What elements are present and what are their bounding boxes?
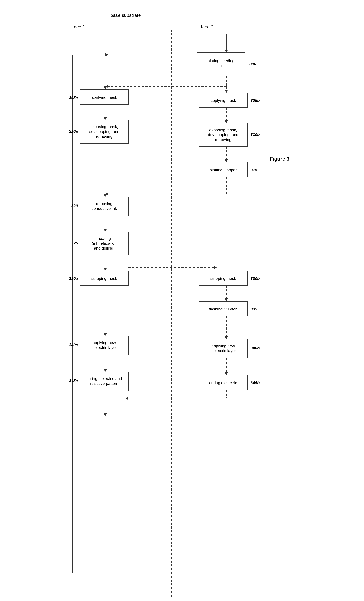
- svg-text:deposing: deposing: [96, 201, 112, 206]
- svg-marker-104: [104, 413, 107, 416]
- svg-text:exposing mask,: exposing mask,: [209, 128, 237, 132]
- svg-text:345a: 345a: [69, 379, 78, 383]
- svg-text:310a: 310a: [69, 129, 78, 134]
- svg-marker-89: [104, 369, 107, 372]
- svg-text:Cu: Cu: [218, 64, 223, 68]
- svg-text:plating seeding: plating seeding: [208, 59, 235, 63]
- svg-text:platting Copper: platting Copper: [210, 168, 237, 172]
- svg-text:and gelling): and gelling): [94, 246, 114, 250]
- svg-text:335: 335: [250, 307, 257, 311]
- svg-text:curing dielectric and: curing dielectric and: [86, 376, 122, 381]
- svg-text:flashing Cu etch: flashing Cu etch: [209, 307, 237, 311]
- svg-marker-79: [225, 336, 228, 339]
- svg-text:applying mask: applying mask: [210, 98, 236, 103]
- svg-marker-64: [104, 268, 107, 271]
- svg-text:310b: 310b: [250, 132, 260, 137]
- svg-text:330b: 330b: [250, 276, 260, 281]
- svg-text:conductive ink: conductive ink: [91, 206, 117, 211]
- svg-text:320: 320: [71, 204, 78, 208]
- svg-marker-61: [214, 266, 217, 269]
- svg-text:heating: heating: [97, 236, 111, 241]
- svg-text:315: 315: [250, 168, 257, 172]
- svg-text:exposing mask,: exposing mask,: [90, 125, 118, 129]
- svg-text:curing dielectric: curing dielectric: [209, 381, 237, 385]
- svg-text:applying mask: applying mask: [91, 95, 117, 100]
- svg-text:applying new: applying new: [92, 341, 116, 345]
- svg-text:stripping mask: stripping mask: [91, 276, 117, 281]
- svg-marker-91: [225, 372, 228, 375]
- svg-text:applying new: applying new: [211, 344, 235, 348]
- svg-text:340a: 340a: [69, 343, 78, 347]
- svg-marker-54: [104, 229, 107, 232]
- base-substrate-label: base substrate: [111, 13, 141, 18]
- face1-label: face 1: [73, 24, 85, 30]
- svg-marker-72: [225, 298, 228, 301]
- svg-text:resistive pattern: resistive pattern: [90, 381, 118, 386]
- svg-marker-14: [105, 53, 108, 57]
- svg-text:305a: 305a: [69, 95, 78, 100]
- svg-text:removing: removing: [96, 134, 112, 139]
- svg-text:300: 300: [249, 62, 256, 66]
- svg-marker-100: [125, 397, 128, 400]
- svg-text:dielectric layer: dielectric layer: [91, 345, 117, 350]
- svg-marker-48: [104, 194, 107, 197]
- diagram-svg: plating seeding Cu 300 applying mask 305…: [66, 30, 277, 599]
- svg-marker-16: [104, 86, 107, 90]
- svg-marker-26: [104, 117, 107, 120]
- svg-text:dielectric layer: dielectric layer: [210, 349, 236, 353]
- figure-label: Figure 3: [270, 156, 289, 162]
- svg-text:stripping mask: stripping mask: [210, 276, 236, 281]
- svg-text:305b: 305b: [250, 98, 260, 103]
- svg-text:developping, and: developping, and: [208, 132, 238, 137]
- svg-text:developping, and: developping, and: [89, 129, 119, 134]
- svg-text:325: 325: [71, 241, 78, 245]
- svg-marker-33: [225, 120, 228, 123]
- svg-marker-4: [225, 50, 228, 53]
- svg-text:345b: 345b: [250, 381, 260, 385]
- svg-marker-21: [225, 90, 228, 93]
- face2-label: face 2: [201, 24, 214, 30]
- svg-text:330a: 330a: [69, 276, 78, 281]
- svg-marker-40: [225, 159, 228, 162]
- svg-marker-77: [104, 333, 107, 336]
- svg-text:(ink relaxation: (ink relaxation: [92, 241, 116, 246]
- svg-text:340b: 340b: [250, 346, 260, 350]
- svg-text:removing: removing: [215, 137, 231, 142]
